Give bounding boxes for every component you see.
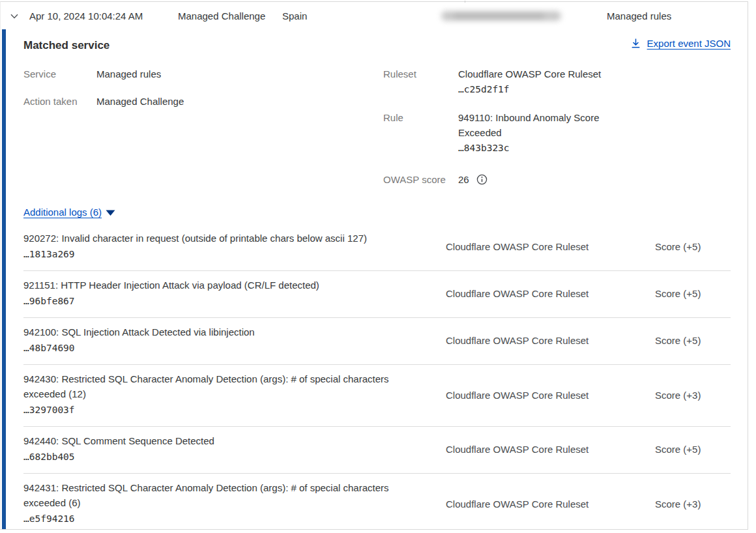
export-event-json-button[interactable]: Export event JSON [630, 38, 731, 49]
log-rule-id: …48b74690 [23, 340, 421, 356]
event-country: Spain [282, 10, 307, 22]
log-ruleset: Cloudflare OWASP Core Ruleset [446, 390, 630, 401]
service-value: Managed rules [96, 66, 161, 81]
ruleset-label: Ruleset [383, 66, 458, 98]
log-ruleset: Cloudflare OWASP Core Ruleset [446, 444, 630, 455]
rule-field: Rule 949110: Inbound Anomaly Score Excee… [383, 110, 731, 156]
log-row: 920272: Invalid character in request (ou… [23, 224, 731, 271]
log-ruleset: Cloudflare OWASP Core Ruleset [446, 498, 630, 510]
log-row: 942431: Restricted SQL Character Anomaly… [23, 474, 731, 533]
log-ruleset: Cloudflare OWASP Core Ruleset [446, 288, 630, 299]
log-ruleset: Cloudflare OWASP Core Ruleset [446, 241, 630, 252]
rule-name: 949110: Inbound Anomaly Score Exceeded [458, 110, 615, 140]
log-rule-id: …3297003f [23, 402, 421, 418]
export-event-json-label: Export event JSON [647, 38, 731, 49]
log-rule-id: …96bfe867 [23, 293, 421, 310]
log-rule-id: …682bb405 [23, 449, 421, 465]
matched-service-title: Matched service [23, 38, 109, 52]
firewall-event-panel: Apr 10, 2024 10:04:24 AM Managed Challen… [0, 1, 748, 530]
log-row: 942430: Restricted SQL Character Anomaly… [23, 365, 731, 427]
info-icon[interactable] [476, 174, 487, 185]
log-description: 920272: Invalid character in request (ou… [23, 231, 421, 246]
event-timestamp: Apr 10, 2024 10:04:24 AM [29, 10, 143, 22]
log-description: 942431: Restricted SQL Character Anomaly… [23, 480, 421, 510]
owasp-score-label: OWASP score [383, 172, 458, 187]
log-score: Score (+3) [655, 498, 731, 510]
log-row: 942100: SQL Injection Attack Detected vi… [23, 318, 731, 365]
additional-logs-toggle[interactable]: Additional logs (6) [23, 207, 102, 218]
action-taken-label: Action taken [23, 94, 96, 109]
owasp-score-field: OWASP score 26 [383, 172, 731, 187]
log-score: Score (+5) [655, 288, 731, 299]
event-summary-row[interactable]: Apr 10, 2024 10:04:24 AM Managed Challen… [1, 2, 748, 29]
log-row: 942440: SQL Comment Sequence Detected …6… [23, 427, 731, 474]
ruleset-id: …c25d2f1f [458, 81, 601, 98]
additional-logs-table: 920272: Invalid character in request (ou… [23, 224, 731, 533]
event-detail-panel: Matched service Export event JSON Servic… [1, 29, 748, 529]
log-ruleset: Cloudflare OWASP Core Ruleset [446, 335, 630, 346]
log-description: 921151: HTTP Header Injection Attack via… [23, 278, 421, 293]
rule-label: Rule [383, 110, 458, 156]
log-description: 942430: Restricted SQL Character Anomaly… [23, 371, 421, 401]
service-field: Service Managed rules [23, 66, 383, 81]
download-icon [630, 38, 641, 49]
ruleset-field: Ruleset Cloudflare OWASP Core Ruleset …c… [383, 66, 731, 98]
ruleset-name: Cloudflare OWASP Core Ruleset [458, 66, 601, 81]
owasp-score-value: 26 [458, 174, 469, 185]
action-taken-field: Action taken Managed Challenge [23, 94, 383, 109]
action-taken-value: Managed Challenge [96, 94, 184, 109]
collapse-triangle-icon[interactable] [106, 210, 115, 216]
collapse-chevron-icon[interactable] [9, 11, 20, 22]
rule-id: …843b323c [458, 140, 615, 156]
log-rule-id: …1813a269 [23, 246, 421, 263]
log-score: Score (+3) [655, 390, 731, 401]
log-description: 942440: SQL Comment Sequence Detected [23, 433, 421, 448]
log-score: Score (+5) [655, 335, 731, 346]
event-action: Managed Challenge [178, 10, 265, 22]
event-service: Managed rules [607, 10, 671, 22]
log-score: Score (+5) [655, 444, 731, 455]
service-label: Service [23, 66, 96, 81]
log-rule-id: …e5f94216 [23, 511, 421, 527]
log-row: 921151: HTTP Header Injection Attack via… [23, 271, 731, 318]
redacted-host-field [441, 11, 561, 21]
log-description: 942100: SQL Injection Attack Detected vi… [23, 324, 421, 339]
log-score: Score (+5) [655, 241, 731, 252]
